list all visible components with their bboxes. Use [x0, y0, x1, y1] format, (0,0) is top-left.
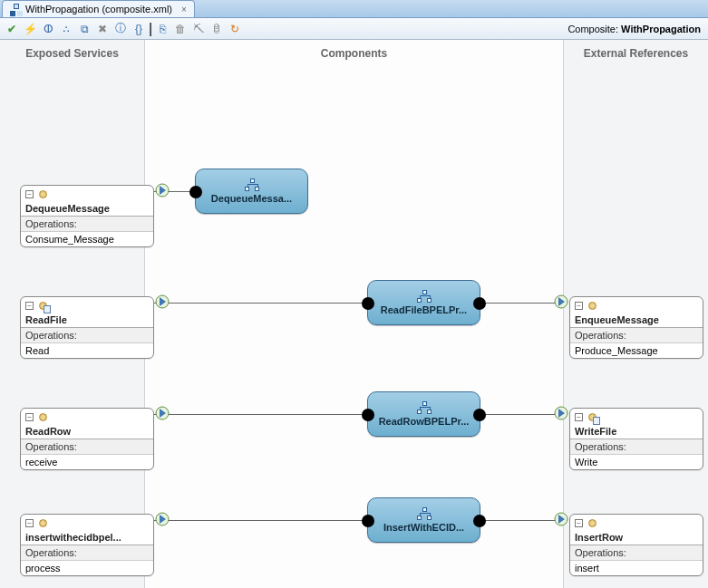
bpel-readrow[interactable]: ReadRowBPELPr... — [367, 391, 480, 437]
reference-enqueuemessage[interactable]: − EnqueueMessage Operations: Produce_Mes… — [569, 296, 703, 359]
operation-item[interactable]: Read — [21, 342, 153, 358]
bpel-label: DequeueMessa... — [211, 193, 292, 204]
trash-button[interactable]: 🗑 — [172, 21, 189, 37]
operation-item[interactable]: Consume_Message — [21, 231, 153, 246]
editor-tab[interactable]: WithPropagation (composite.xml) × — [2, 0, 195, 17]
references-header: External References — [563, 40, 708, 67]
exposed-service-readrow[interactable]: − ReadRow Operations: receive — [20, 408, 154, 470]
gear-icon — [587, 517, 598, 529]
operation-item[interactable]: process — [21, 560, 153, 575]
bpel-icon — [417, 401, 432, 414]
close-icon[interactable]: × — [181, 5, 187, 14]
reference-insertrow[interactable]: − InsertRow Operations: insert — [569, 514, 703, 576]
wire[interactable] — [145, 303, 367, 304]
exposed-header: Exposed Services — [0, 40, 145, 67]
output-port[interactable] — [155, 180, 170, 200]
wire[interactable] — [145, 520, 367, 521]
operations-label: Operations: — [570, 545, 703, 560]
components-header: Components — [145, 40, 563, 67]
input-port[interactable] — [554, 509, 568, 529]
operations-label: Operations: — [21, 327, 153, 342]
wire-button[interactable]: ⛬ — [58, 21, 74, 37]
bpel-label: InsertWithECID... — [383, 522, 464, 533]
bpel-icon — [417, 507, 432, 520]
wire[interactable] — [480, 414, 560, 415]
validate-button[interactable]: ✔ — [4, 21, 20, 37]
operations-label: Operations: — [570, 327, 703, 342]
delete-button[interactable]: ✖ — [94, 21, 111, 37]
bpel-dequeuemessage[interactable]: DequeueMessa... — [195, 169, 308, 214]
gear-icon — [37, 188, 49, 200]
save-button[interactable]: ⎘ — [154, 21, 170, 37]
operations-label: Operations: — [21, 439, 153, 454]
service-title: ReadFile — [21, 314, 153, 327]
gear-icon — [587, 411, 598, 423]
db-button[interactable]: 🛢 — [209, 21, 225, 37]
wire[interactable] — [480, 520, 560, 521]
gear-icon — [587, 300, 598, 312]
input-port[interactable] — [554, 403, 568, 423]
collapse-icon[interactable]: − — [25, 190, 34, 198]
output-port[interactable] — [155, 403, 170, 423]
composite-icon — [10, 4, 22, 15]
operation-item[interactable]: insert — [570, 560, 703, 575]
bpel-readfile[interactable]: ReadFileBPELPr... — [367, 280, 480, 325]
info-button[interactable]: ⓘ — [112, 21, 129, 37]
operation-item[interactable]: Produce_Message — [570, 342, 703, 358]
operations-label: Operations: — [570, 439, 703, 454]
service-title: ReadRow — [21, 426, 153, 439]
output-port[interactable] — [472, 405, 487, 425]
tab-bar: WithPropagation (composite.xml) × — [0, 0, 708, 18]
service-title: WriteFile — [570, 426, 703, 439]
bpel-label: ReadRowBPELPr... — [379, 416, 470, 427]
output-port[interactable] — [472, 294, 487, 313]
copy-button[interactable]: ⧉ — [76, 21, 92, 37]
gear-icon — [37, 300, 49, 312]
composite-canvas[interactable]: Exposed Services Components External Ref… — [0, 40, 708, 588]
test-button[interactable]: ⵀ — [40, 21, 56, 37]
operations-label: Operations: — [21, 216, 153, 231]
collapse-icon[interactable]: − — [575, 302, 583, 310]
collapse-icon[interactable]: − — [575, 413, 583, 421]
operation-item[interactable]: Write — [570, 454, 703, 469]
service-title: EnqueueMessage — [570, 314, 703, 327]
service-title: DequeueMessage — [21, 203, 153, 216]
deploy-button[interactable]: ⚡ — [22, 21, 38, 37]
output-port[interactable] — [155, 509, 170, 529]
service-title: insertwithecidbpel... — [21, 532, 153, 545]
output-port[interactable] — [155, 292, 170, 312]
refresh-button[interactable]: ↻ — [227, 21, 243, 37]
bpel-label: ReadFileBPELPr... — [381, 304, 467, 315]
operations-label: Operations: — [21, 545, 153, 560]
input-port[interactable] — [361, 511, 375, 531]
collapse-icon[interactable]: − — [25, 519, 34, 527]
collapse-icon[interactable]: − — [25, 413, 34, 421]
reference-writefile[interactable]: − WriteFile Operations: Write — [569, 408, 703, 470]
exposed-service-insertwithecid[interactable]: − insertwithecidbpel... Operations: proc… — [20, 514, 154, 576]
bpel-icon — [245, 178, 259, 191]
input-port[interactable] — [361, 405, 375, 425]
toolbar-separator: | — [149, 21, 152, 37]
input-port[interactable] — [554, 292, 568, 312]
input-port[interactable] — [361, 294, 375, 313]
exposed-service-readfile[interactable]: − ReadFile Operations: Read — [20, 296, 154, 359]
service-title: InsertRow — [570, 532, 703, 545]
bpel-icon — [417, 290, 432, 303]
exposed-service-dequeuemessage[interactable]: − DequeueMessage Operations: Consume_Mes… — [20, 185, 154, 247]
composite-name-label: Composite: WithPropagation — [567, 24, 701, 34]
wire[interactable] — [145, 414, 367, 415]
export-button[interactable]: ⛏ — [190, 21, 207, 37]
tab-title: WithPropagation (composite.xml) — [25, 4, 172, 14]
output-port[interactable] — [472, 511, 487, 531]
gear-icon — [37, 517, 49, 529]
collapse-icon[interactable]: − — [25, 302, 34, 310]
wire[interactable] — [480, 303, 560, 304]
operation-item[interactable]: receive — [21, 454, 153, 469]
input-port[interactable] — [189, 182, 203, 202]
braces-button[interactable]: {} — [131, 21, 147, 37]
collapse-icon[interactable]: − — [575, 519, 583, 527]
bpel-insertwithecid[interactable]: InsertWithECID... — [367, 497, 480, 543]
gear-icon — [37, 411, 49, 423]
editor-toolbar: ✔ ⚡ ⵀ ⛬ ⧉ ✖ ⓘ {} | ⎘ 🗑 ⛏ 🛢 ↻ Composite: … — [0, 18, 708, 40]
